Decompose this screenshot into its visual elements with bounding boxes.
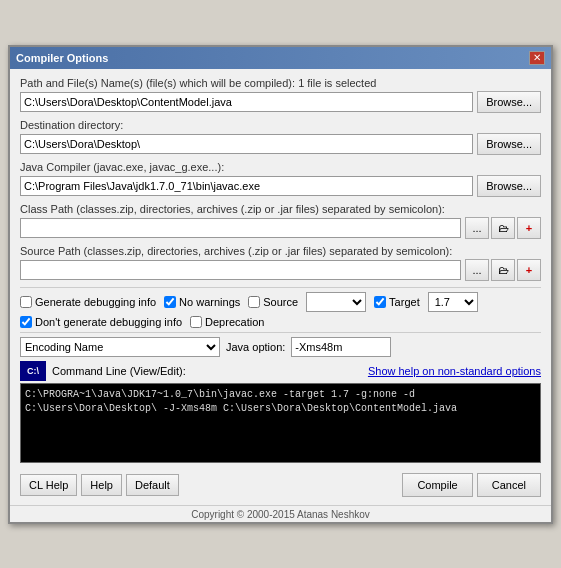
divider1 <box>20 287 541 288</box>
deprecation-label: Deprecation <box>205 316 264 328</box>
destination-label: Destination directory: <box>20 119 541 131</box>
cmd-icon-text: C:\ <box>27 366 39 376</box>
deprecation-checkbox-label[interactable]: Deprecation <box>190 316 264 328</box>
classpath-folder-button[interactable]: 🗁 <box>491 217 515 239</box>
cmd-label: Command Line (View/Edit): <box>52 365 186 377</box>
target-checkbox-label[interactable]: Target <box>374 296 420 308</box>
help-button[interactable]: Help <box>81 474 122 496</box>
classpath-btn-group: ... 🗁 + <box>465 217 541 239</box>
path-input[interactable] <box>20 92 473 112</box>
classpath-add-button[interactable]: + <box>517 217 541 239</box>
source-label: Source <box>263 296 298 308</box>
destination-section: Destination directory: Browse... <box>20 119 541 155</box>
show-help-link[interactable]: Show help on non-standard options <box>368 365 541 377</box>
no-warnings-checkbox-label[interactable]: No warnings <box>164 296 240 308</box>
sourcepath-dots-button[interactable]: ... <box>465 259 489 281</box>
bottom-right-buttons: Compile Cancel <box>402 473 541 497</box>
sourcepath-btn-group: ... 🗁 + <box>465 259 541 281</box>
java-option-label: Java option: <box>226 341 285 353</box>
java-compiler-section: Java Compiler (javac.exe, javac_g.exe...… <box>20 161 541 197</box>
target-checkbox[interactable] <box>374 296 386 308</box>
compile-button[interactable]: Compile <box>402 473 472 497</box>
bottom-buttons: CL Help Help Default Compile Cancel <box>20 469 541 497</box>
cmd-output[interactable]: C:\PROGRA~1\Java\JDK17~1.0_7\bin\javac.e… <box>20 383 541 463</box>
java-compiler-input[interactable] <box>20 176 473 196</box>
dont-generate-label: Don't generate debugging info <box>35 316 182 328</box>
add-icon: + <box>526 222 532 234</box>
add-icon: + <box>526 264 532 276</box>
dont-generate-checkbox-label[interactable]: Don't generate debugging info <box>20 316 182 328</box>
cancel-button[interactable]: Cancel <box>477 473 541 497</box>
destination-browse-button[interactable]: Browse... <box>477 133 541 155</box>
no-warnings-checkbox[interactable] <box>164 296 176 308</box>
source-checkbox-label[interactable]: Source <box>248 296 298 308</box>
destination-input[interactable] <box>20 134 473 154</box>
path-label: Path and File(s) Name(s) (file(s) which … <box>20 77 541 89</box>
debug-info-checkbox[interactable] <box>20 296 32 308</box>
folder-icon: 🗁 <box>498 222 509 234</box>
options-row2: Don't generate debugging info Deprecatio… <box>20 316 541 328</box>
encoding-dropdown[interactable]: Encoding Name <box>20 337 220 357</box>
cmd-header: C:\ Command Line (View/Edit): Show help … <box>20 361 541 381</box>
title-bar: Compiler Options ✕ <box>10 47 551 69</box>
java-option-input[interactable] <box>291 337 391 357</box>
copyright-text: Copyright © 2000-2015 Atanas Neshkov <box>10 505 551 522</box>
options-row1: Generate debugging info No warnings Sour… <box>20 292 541 312</box>
target-label: Target <box>389 296 420 308</box>
sourcepath-add-button[interactable]: + <box>517 259 541 281</box>
java-compiler-label: Java Compiler (javac.exe, javac_g.exe...… <box>20 161 541 173</box>
encoding-row: Encoding Name Java option: <box>20 337 541 357</box>
target-dropdown[interactable]: 1.7 <box>428 292 478 312</box>
java-compiler-browse-button[interactable]: Browse... <box>477 175 541 197</box>
dont-generate-checkbox[interactable] <box>20 316 32 328</box>
classpath-dots-button[interactable]: ... <box>465 217 489 239</box>
source-checkbox[interactable] <box>248 296 260 308</box>
deprecation-checkbox[interactable] <box>190 316 202 328</box>
sourcepath-section: Source Path (classes.zip, directories, a… <box>20 245 541 281</box>
window-title: Compiler Options <box>16 52 108 64</box>
bottom-left-buttons: CL Help Help Default <box>20 474 179 496</box>
classpath-label: Class Path (classes.zip, directories, ar… <box>20 203 541 215</box>
sourcepath-label: Source Path (classes.zip, directories, a… <box>20 245 541 257</box>
compiler-options-window: Compiler Options ✕ Path and File(s) Name… <box>8 45 553 524</box>
divider2 <box>20 332 541 333</box>
debug-info-checkbox-label[interactable]: Generate debugging info <box>20 296 156 308</box>
sourcepath-folder-button[interactable]: 🗁 <box>491 259 515 281</box>
cmd-section: C:\ Command Line (View/Edit): Show help … <box>20 361 541 463</box>
cl-help-button[interactable]: CL Help <box>20 474 77 496</box>
classpath-input[interactable] <box>20 218 461 238</box>
source-dropdown[interactable] <box>306 292 366 312</box>
cmd-icon: C:\ <box>20 361 46 381</box>
classpath-section: Class Path (classes.zip, directories, ar… <box>20 203 541 239</box>
cmd-output-text: C:\PROGRA~1\Java\JDK17~1.0_7\bin\javac.e… <box>25 389 457 414</box>
sourcepath-input[interactable] <box>20 260 461 280</box>
path-browse-button[interactable]: Browse... <box>477 91 541 113</box>
folder-icon: 🗁 <box>498 264 509 276</box>
default-button[interactable]: Default <box>126 474 179 496</box>
debug-info-label: Generate debugging info <box>35 296 156 308</box>
path-section: Path and File(s) Name(s) (file(s) which … <box>20 77 541 113</box>
close-button[interactable]: ✕ <box>529 51 545 65</box>
no-warnings-label: No warnings <box>179 296 240 308</box>
